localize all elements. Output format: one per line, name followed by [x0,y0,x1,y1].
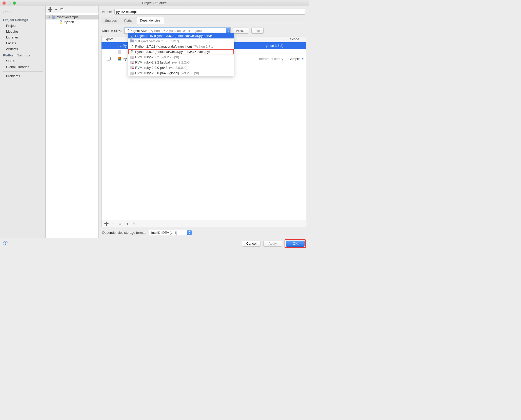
python-icon [126,29,130,32]
minimize-window-icon [8,2,11,5]
sidebar-item-project[interactable]: Project [0,23,45,29]
column-export[interactable]: Export [102,36,116,42]
sdk-option[interactable]: Project SDK (Python 3.6.2 (/usr/local/Ce… [128,33,234,38]
module-sdk-row: Module SDK: Project SDK (Python 3.6.2 (/… [99,24,309,36]
tab-dependencies[interactable]: Dependencies [136,17,164,24]
sidebar-item-facets[interactable]: Facets [0,40,45,46]
sdk-option-sub: (ver.2.2.2p0) [161,55,179,59]
ok-button[interactable]: OK [286,241,305,247]
edit-sdk-button[interactable]: Edit [251,28,264,34]
tree-child[interactable]: Python [46,19,98,24]
export-checkbox[interactable] [107,57,111,60]
platform-settings-header: Platform Settings [0,52,45,58]
module-sdk-select[interactable]: Project SDK (Python 3.6.2 (/usr/local/Ce… [124,28,231,34]
sdk-option-label: Python 3.6.2 (/usr/local/Cellar/python3/… [135,50,211,54]
tree-root-label: pysc2-example [56,15,78,19]
ruby-icon [130,61,134,64]
library-icon [118,57,121,60]
nav-back-icon[interactable]: ⇦ [3,9,6,14]
sidebar-item-artifacts[interactable]: Artifacts [0,46,45,52]
sidebar-item-problems[interactable]: Problems [0,73,45,79]
column-scope[interactable]: Scope [283,36,306,42]
sidebar-separator [3,71,43,72]
sdk-option[interactable]: RVM: ruby-2.0.0-p648 (ver.2.0.0p0) [128,65,234,70]
cancel-button[interactable]: Cancel [242,241,261,247]
python-icon [130,45,134,48]
module-source-icon [118,50,121,54]
copy-module-icon[interactable] [60,8,64,11]
tree-child-label: Python [64,20,74,24]
sidebar: ⇦ ⇨ Project Settings Project Modules Lib… [0,6,46,238]
remove-dependency-icon: − [112,221,115,226]
storage-format-label: Dependencies storage format: [102,231,146,235]
folder-icon [130,39,134,43]
sdk-dropdown[interactable]: Project SDK (Python 3.6.2 (/usr/local/Ce… [128,33,234,76]
sidebar-item-global-libraries[interactable]: Global Libraries [0,64,45,70]
main-panel: Name: Sources Paths Dependencies Module … [99,6,309,238]
sdk-option-label: Project SDK (Python 3.6.2 (/usr/local/Ce… [135,34,212,38]
dialog-footer: ? Cancel Apply OK [0,238,309,249]
module-name-input[interactable] [114,9,305,15]
sdk-option-sub: (Python 2.7.1 [193,45,213,48]
select-caret-icon: ▲▼ [226,28,230,33]
sdk-option-label: RVM: ruby-2.0.0-p648 [135,66,168,70]
sdk-option[interactable]: RVM: ruby-2.2.2 [global] (ver.2.2.2p0) [128,60,234,65]
python-icon [130,50,134,54]
sdk-option-sub: (ver.2.0.0p0) [169,66,188,70]
project-settings-header: Project Settings [0,16,45,23]
new-sdk-button[interactable]: New... [233,28,249,34]
sdk-option-sub: (ver.2.2.2p0) [172,60,191,64]
storage-format-select[interactable]: IntelliJ IDEA (.iml) ▲▼ [149,230,192,235]
ruby-icon [130,72,134,75]
sdk-selected-sub: (Python 3.6.2 (/usr/local/Cellar/pytho [148,29,202,33]
sidebar-item-libraries[interactable]: Libraries [0,34,45,40]
sdk-option[interactable]: RVM: ruby-2.2.2 (ver.2.2.2p0) [128,54,234,60]
ok-highlight: OK [285,239,306,248]
nav-forward-icon: ⇨ [7,9,11,14]
sdk-option-label: RVM: ruby-2.2.2 [135,55,159,59]
add-dependency-icon[interactable]: ➕ [104,221,109,226]
select-caret-icon: ▲▼ [187,230,192,235]
zoom-window-icon[interactable] [13,2,16,5]
window-controls [0,2,16,5]
tab-sources[interactable]: Sources [101,17,121,24]
sdk-option[interactable]: Python 2.7.13 (~/anaconda/bin/python) (P… [128,44,234,49]
tree-toolbar: ➕ − [46,6,98,13]
scope-value[interactable]: Compile [288,57,300,61]
dependency-name: Py [123,44,127,48]
sdk-option[interactable]: 1.8 (java version "1.8.0_121") [128,38,234,44]
dependencies-toolbar: ➕ − ▲ ▼ ✎ [102,220,306,227]
dependency-tail: ython 3.6.2) [266,44,283,48]
sdk-option[interactable]: RVM: ruby-2.0.0-p648 [global] (ver.2.0.0… [128,70,234,76]
module-tree-panel: ➕ − ▼ pysc2-example Python [46,6,99,238]
ruby-icon [130,66,134,69]
tree-root[interactable]: ▼ pysc2-example [46,15,98,19]
storage-format-value: IntelliJ IDEA (.iml) [151,231,177,235]
move-down-icon[interactable]: ▼ [126,221,129,226]
sdk-option-label: Python 2.7.13 (~/anaconda/bin/python) [135,45,192,48]
remove-module-icon[interactable]: − [55,7,57,12]
python-icon [118,44,121,47]
python-icon [130,34,134,38]
chevron-down-icon[interactable]: ▼ [302,57,304,60]
move-up-icon: ▲ [118,221,122,226]
dependency-name: Py [123,57,127,61]
help-icon[interactable]: ? [3,241,8,246]
folder-icon [52,16,55,19]
edit-dependency-icon: ✎ [133,221,136,226]
add-module-icon[interactable]: ➕ [48,7,53,12]
storage-format-row: Dependencies storage format: IntelliJ ID… [99,227,309,238]
module-sdk-label: Module SDK: [102,29,122,33]
dependency-tail: nterpreter library [259,57,283,61]
sdk-option-sub: (ver.2.0.0p0) [181,71,199,75]
apply-button[interactable]: Apply [263,241,282,247]
chevron-down-icon[interactable]: ▼ [48,16,51,18]
tab-paths[interactable]: Paths [121,17,136,24]
sdk-option[interactable]: Python 3.6.2 (/usr/local/Cellar/python3/… [128,49,234,54]
ruby-icon [130,56,134,59]
close-window-icon[interactable] [3,2,6,5]
sdk-option-label: RVM: ruby-2.0.0-p648 [global] [135,71,179,75]
sidebar-item-modules[interactable]: Modules [0,29,45,34]
sidebar-item-sdks[interactable]: SDKs [0,58,45,64]
sdk-option-label: 1.8 [135,39,140,43]
